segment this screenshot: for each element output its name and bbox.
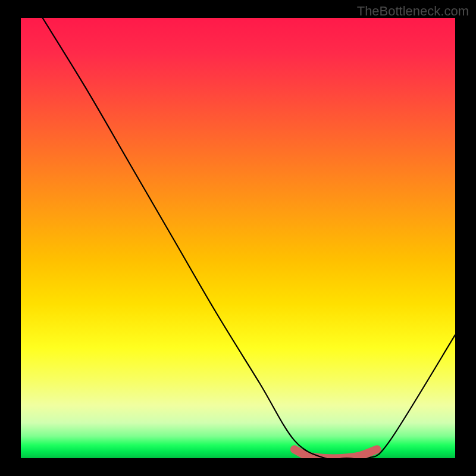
watermark-text: TheBottleneck.com [357, 4, 469, 19]
red-highlight-curve [295, 449, 377, 458]
chart-plot-area [21, 18, 455, 458]
black-main-curve [43, 18, 456, 458]
chart-svg [21, 18, 455, 458]
